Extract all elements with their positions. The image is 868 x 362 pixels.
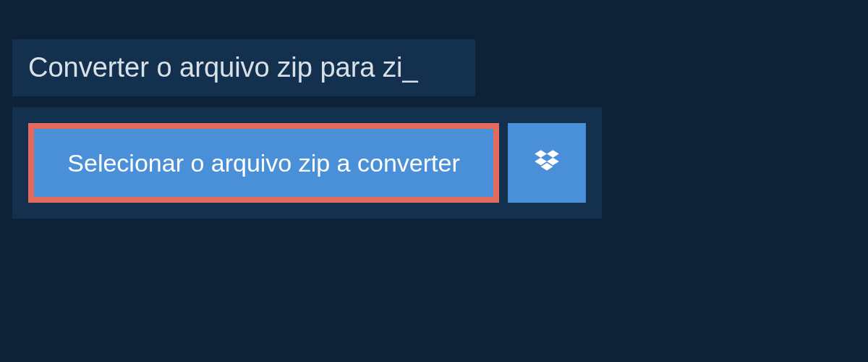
select-file-button-label: Selecionar o arquivo zip a converter: [67, 149, 459, 177]
page-title: Converter o arquivo zip para zi_: [28, 52, 418, 83]
select-file-button[interactable]: Selecionar o arquivo zip a converter: [28, 123, 499, 203]
converter-panel: Selecionar o arquivo zip a converter: [12, 107, 602, 219]
title-bar: Converter o arquivo zip para zi_: [12, 39, 475, 96]
dropbox-icon: [532, 148, 562, 178]
dropbox-button[interactable]: [508, 123, 586, 203]
